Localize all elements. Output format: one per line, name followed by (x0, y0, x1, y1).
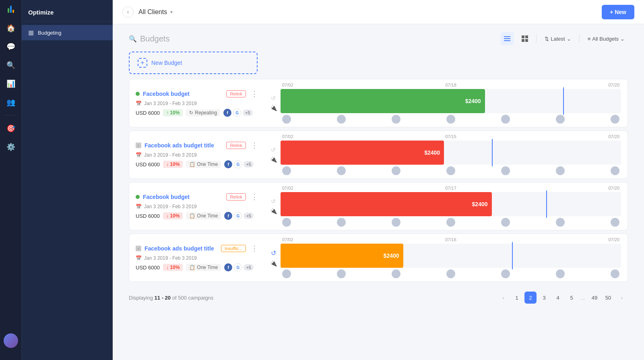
nav-home[interactable]: 🏠 (3, 20, 19, 36)
calendar-icon-4: 📅 (136, 255, 142, 261)
logo-icon (8, 6, 14, 13)
app-name: Optimize (22, 5, 113, 20)
chart-avatar (611, 218, 619, 227)
sort-button[interactable]: ⇅ Latest ⌄ (541, 34, 574, 43)
list-view-button[interactable] (501, 32, 514, 45)
sort-label: Latest (551, 36, 565, 42)
budget-name-4: Facebook ads budget title (144, 245, 218, 252)
platforms-2: f G +5 (224, 160, 254, 168)
page-button-2[interactable]: 2 (524, 292, 537, 304)
budget-meta-2: USD 6000 ↓ 10% 📋 One Time f G +5 (136, 160, 260, 168)
sidebar-menu: Optimize ▦ Budgeting (22, 0, 113, 360)
budget-date-3: 📅 Jan 3 2019 - Feb 3 2019 (136, 204, 260, 209)
page-button-1[interactable]: 1 (511, 292, 523, 304)
type-label-4: One Time (197, 265, 218, 270)
budget-row: II Facebook ads budget title Insuffic...… (129, 234, 628, 282)
refresh-icon-2[interactable]: ↺ (271, 147, 276, 153)
nav-analytics[interactable]: 📊 (3, 76, 19, 92)
page-button-4[interactable]: 4 (552, 292, 564, 304)
page-button-49[interactable]: 49 (588, 292, 601, 304)
refresh-icon-4[interactable]: ↺ (271, 249, 276, 257)
more-menu-button-1[interactable]: ⋮ (249, 89, 260, 98)
chart-dates-3: 07/02 07/17 07/20 (281, 186, 621, 190)
more-menu-button-3[interactable]: ⋮ (249, 192, 260, 201)
chart-avatar (337, 218, 346, 227)
filter-button[interactable]: ≡ All Budgets ⌄ (584, 34, 628, 43)
budgets-title: Budgets (140, 34, 169, 43)
nav-users[interactable]: 👥 (3, 94, 19, 110)
budget-meta-1: USD 6000 ↑ 10% ↻ Repeating f G +5 (136, 109, 260, 117)
plug-icon-2[interactable]: 🔌 (270, 156, 277, 163)
budget-name-1: Facebook budget (143, 91, 223, 97)
status-active-icon-3 (136, 195, 140, 199)
page-button-50[interactable]: 50 (602, 292, 614, 304)
type-badge-2: 📋 One Time (186, 161, 221, 168)
page-button-3[interactable]: 3 (538, 292, 550, 304)
amount-2: USD 6000 (136, 161, 160, 168)
grid-view-button[interactable] (518, 32, 531, 45)
collapse-icon: ‹ (127, 9, 129, 15)
content-area: 🔍 Budgets ⇅ Latest ⌄ ≡ A (113, 24, 644, 360)
header: ‹ All Clients ▾ + New (113, 0, 644, 24)
page-button-5[interactable]: 5 (566, 292, 578, 304)
relink-button-3[interactable]: Relink (226, 193, 246, 201)
svg-rect-2 (504, 40, 510, 41)
date-mid-2: 07/15 (445, 134, 456, 139)
google-platform-icon-3: G (234, 212, 242, 220)
date-range-3: Jan 3 2019 - Feb 3 2019 (144, 204, 197, 209)
new-button[interactable]: + New (602, 5, 634, 19)
budget-date-2: 📅 Jan 3 2019 - Feb 3 2019 (136, 152, 260, 158)
chart-avatar (556, 115, 565, 124)
chart-avatar (282, 166, 291, 175)
chart-body-2: $2400 (281, 141, 621, 165)
budget-title-row-1: Facebook budget Relink ⋮ (136, 89, 260, 98)
plug-icon-3[interactable]: 🔌 (270, 208, 277, 214)
avatar[interactable] (4, 333, 18, 348)
next-page-button[interactable]: › (616, 292, 628, 304)
sidebar-item-budgeting[interactable]: ▦ Budgeting (22, 25, 113, 40)
platforms-4: f G +5 (224, 263, 254, 271)
budget-date-1: 📅 Jan 3 2019 - Feb 3 2019 (136, 101, 260, 106)
chart-marker-1 (563, 87, 564, 115)
nav-target[interactable]: 🎯 (3, 120, 19, 137)
client-selector[interactable]: All Clients ▾ (138, 8, 173, 16)
plug-icon-4[interactable]: 🔌 (270, 260, 277, 267)
sidebar: 🏠 💬 🔍 📊 👥 🎯 ⚙️ Optimize ▦ Budgeting (0, 0, 113, 360)
refresh-icon-1[interactable]: ↺ (271, 95, 276, 101)
amount-3: USD 6000 (136, 213, 160, 219)
budget-row: Facebook budget Relink ⋮ 📅 Jan 3 2019 - … (129, 79, 628, 127)
google-platform-icon-4: G (234, 263, 242, 271)
sort-chevron-icon: ⌄ (567, 36, 571, 42)
chart-avatars-1 (281, 115, 621, 124)
nav-divider (4, 115, 17, 116)
plug-icon-1[interactable]: 🔌 (270, 105, 277, 111)
date-start-4: 07/02 (282, 237, 293, 242)
nav-settings[interactable]: ⚙️ (3, 139, 19, 155)
insuffic-button-4[interactable]: Insuffic... (221, 245, 246, 252)
svg-rect-5 (522, 39, 524, 42)
filter-icon: ≡ (588, 36, 591, 42)
type-badge-1: ↻ Repeating (186, 109, 220, 116)
filter-label: All Budgets (592, 36, 619, 42)
collapse-button[interactable]: ‹ (122, 6, 134, 18)
refresh-icon-3[interactable]: ↺ (271, 198, 276, 205)
chart-avatar (392, 218, 400, 227)
more-menu-button-2[interactable]: ⋮ (249, 141, 260, 150)
type-label-1: Repeating (195, 110, 217, 116)
date-end-2: 07/20 (608, 134, 619, 139)
new-budget-plus-icon: + (138, 58, 147, 68)
new-budget-label: New Budget (151, 60, 182, 66)
nav-messages[interactable]: 💬 (3, 39, 19, 55)
relink-button-2[interactable]: Relink (226, 142, 246, 149)
type-label-2: One Time (197, 161, 218, 167)
prev-page-button[interactable]: ‹ (497, 292, 509, 304)
sort-icon: ⇅ (545, 36, 549, 42)
svg-rect-1 (504, 38, 510, 39)
chart-avatar (337, 166, 346, 175)
more-menu-button-4[interactable]: ⋮ (249, 244, 260, 253)
new-budget-card[interactable]: + New Budget (129, 52, 258, 74)
relink-button-1[interactable]: Relink (226, 90, 246, 97)
calendar-icon-2: 📅 (136, 152, 142, 158)
google-platform-icon-2: G (234, 160, 242, 168)
nav-search[interactable]: 🔍 (3, 57, 19, 73)
